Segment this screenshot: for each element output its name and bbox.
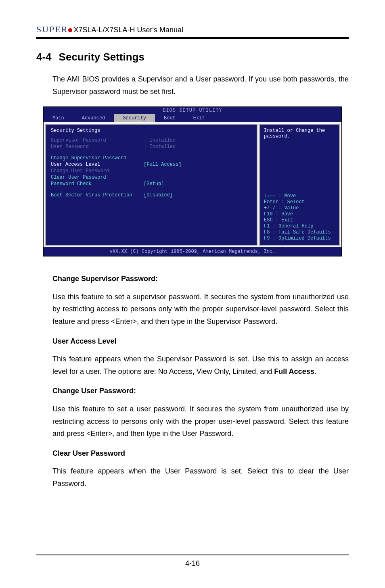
- para-change-supervisor: Use this feature to set a supervisor pas…: [52, 291, 349, 328]
- bios-help-panel: Install or Change the password. ↑↓←→ : M…: [259, 124, 340, 246]
- bios-tab-bar: Main Advanced Security Boot Exit: [44, 114, 341, 122]
- para-user-access-level: This feature appears when the Supervisor…: [52, 353, 349, 377]
- page-header: SUPER X7SLA-L/X7SLA-H User's Manual: [36, 24, 349, 39]
- intro-paragraph: The AMI BIOS provides a Supervisor and a…: [52, 73, 349, 98]
- section-heading: 4-4 Security Settings: [36, 51, 349, 63]
- bios-help-text: Install or Change the password.: [264, 128, 335, 139]
- value-password-check: [Setup]: [144, 181, 164, 187]
- bios-panel-heading: Security Settings: [51, 128, 252, 133]
- para-ual-c: .: [314, 367, 316, 375]
- key-move: ↑↓←→ : Move: [264, 193, 335, 199]
- heading-user-access-level: User Access Level: [52, 335, 349, 348]
- page-number: 4-16: [36, 559, 349, 568]
- brand-text: SUPER: [36, 24, 68, 35]
- bios-key-legend: ↑↓←→ : Move Enter : Select +/-/ : Value …: [264, 193, 335, 242]
- supervisor-pw-value: : Installed: [144, 138, 176, 143]
- para-ual-bold: Full Access: [274, 367, 314, 375]
- brand-dot-icon: [68, 28, 72, 32]
- item-change-supervisor[interactable]: Change Supervisor Password: [51, 155, 144, 161]
- key-value: +/-/ : Value: [264, 205, 335, 211]
- para-clear-user: This feature appears when the User Passw…: [52, 465, 349, 490]
- tab-main[interactable]: Main: [44, 114, 73, 122]
- key-enter: Enter : Select: [264, 199, 335, 205]
- user-pw-value: : Installed: [144, 144, 176, 150]
- item-password-check[interactable]: Password Check: [51, 181, 144, 187]
- section-number: 4-4: [36, 51, 52, 63]
- user-pw-label: User Password: [51, 144, 144, 150]
- bios-main-panel: Security Settings Supervisor Password : …: [45, 124, 257, 246]
- item-change-user[interactable]: Change User Password: [51, 168, 144, 174]
- page-footer: 4-16: [36, 555, 349, 568]
- heading-change-supervisor: Change Supervisor Password:: [52, 273, 349, 285]
- bios-screenshot: BIOS SETUP UTILITY Main Advanced Securit…: [43, 106, 342, 256]
- item-boot-sector[interactable]: Boot Sector Virus Protection: [51, 192, 144, 198]
- para-change-user: Use this feature to set a user password.…: [52, 403, 349, 440]
- manual-title: X7SLA-L/X7SLA-H User's Manual: [73, 26, 183, 34]
- heading-change-user: Change User Password:: [52, 385, 349, 397]
- supervisor-pw-label: Supervisor Password: [51, 138, 144, 143]
- bios-title-bar: BIOS SETUP UTILITY: [44, 107, 341, 114]
- key-general-help: F1 : General Help: [264, 223, 335, 229]
- key-save: F10 : Save: [264, 211, 335, 217]
- item-user-access-level[interactable]: User Access Level: [51, 162, 144, 167]
- key-optimized: F9 : Optimized Defaults: [264, 236, 335, 241]
- tab-boot[interactable]: Boot: [155, 114, 184, 122]
- bios-footer: vXX.XX (C) Copyright 1985-2009, American…: [44, 247, 341, 256]
- tab-advanced[interactable]: Advanced: [73, 114, 114, 122]
- heading-clear-user: Clear User Password: [52, 447, 349, 460]
- key-exit: ESC : Exit: [264, 217, 335, 223]
- key-failsafe: F8 : Fail-Safe Defaults: [264, 229, 335, 235]
- item-clear-user[interactable]: Clear User Password: [51, 175, 144, 180]
- tab-exit[interactable]: Exit: [184, 114, 214, 122]
- value-user-access-level: [Full Access]: [144, 162, 182, 167]
- tab-security[interactable]: Security: [114, 114, 155, 122]
- section-title-text: Security Settings: [59, 51, 144, 63]
- value-boot-sector: [Disabled]: [144, 192, 173, 198]
